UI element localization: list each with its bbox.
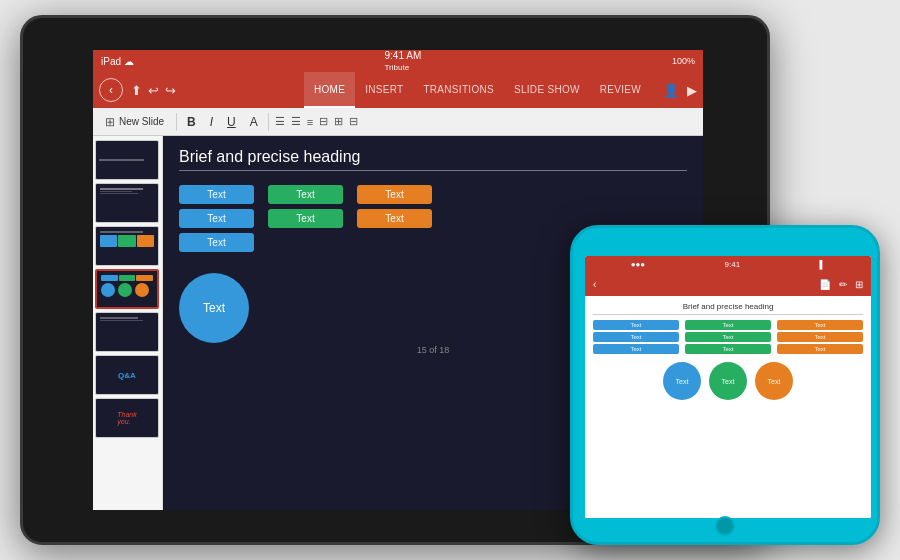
slide-thumb-18[interactable]: 18 Thankyou. xyxy=(95,398,159,438)
tab-review[interactable]: REVIEW xyxy=(590,72,651,108)
toolbar-right-icons: 👤 ▶ xyxy=(663,83,697,98)
slide-box-2-1[interactable]: Text xyxy=(268,185,343,204)
underline-button[interactable]: U xyxy=(223,114,240,130)
tab-transitions[interactable]: TRANSITIONS xyxy=(413,72,504,108)
slide-col2-spacer xyxy=(268,233,343,255)
iphone-box-2-3[interactable]: Text xyxy=(685,344,771,354)
slide-thumb-17[interactable]: 17 Q&A xyxy=(95,355,159,395)
slide-thumb-12[interactable]: 12 xyxy=(95,140,159,180)
slide-thumb-16[interactable]: 16 xyxy=(95,312,159,352)
new-slide-icon: ⊞ xyxy=(105,115,115,129)
iphone-box-3-2[interactable]: Text xyxy=(777,332,863,342)
iphone-circle-3[interactable]: Text xyxy=(755,362,793,400)
slide-col-3: Text Text xyxy=(357,185,432,255)
iphone-col-2: Text Text Text xyxy=(685,320,771,354)
slide-col-1: Text Text Text xyxy=(179,185,254,255)
slide-circle[interactable]: Text xyxy=(179,273,249,343)
iphone-grid-icon[interactable]: ⊞ xyxy=(855,279,863,290)
slide-box-1-1[interactable]: Text xyxy=(179,185,254,204)
iphone-toolbar: ‹ 📄 ✏ ⊞ xyxy=(585,272,871,296)
iphone-grid: Text Text Text Text Text Text Text Text … xyxy=(593,320,863,354)
scene: iPad ☁ 9:41 AM Tribute 100% ‹ ⬆ ↩ ↪ xyxy=(20,15,880,545)
present-icon[interactable]: ▶ xyxy=(687,83,697,98)
slides-panel: 12 13 14 xyxy=(93,136,163,510)
slide-box-2-2[interactable]: Text xyxy=(268,209,343,228)
ipad-status-bar: iPad ☁ 9:41 AM Tribute 100% xyxy=(93,50,703,72)
ipad-time-label: 9:41 AM xyxy=(385,50,422,61)
font-color-button[interactable]: A xyxy=(246,114,262,130)
ipad-status-center: 9:41 AM Tribute xyxy=(385,50,422,72)
ipad-toolbar: ‹ ⬆ ↩ ↪ HOME INSERT TRANSITIONS SLIDE SH… xyxy=(93,72,703,108)
iphone-device: ●●● 9:41 ▌ ‹ 📄 ✏ ⊞ Brief and precise hea… xyxy=(570,225,880,545)
ipad-tabs: HOME INSERT TRANSITIONS SLIDE SHOW REVIE… xyxy=(304,72,651,108)
slide-box-1-2[interactable]: Text xyxy=(179,209,254,228)
format-bar: ⊞ New Slide B I U A ☰ ☰ ≡ ⊟ ⊞ ⊟ xyxy=(93,108,703,136)
iphone-back-icon[interactable]: ‹ xyxy=(593,279,596,290)
iphone-col-1: Text Text Text xyxy=(593,320,679,354)
slide-col-2: Text Text xyxy=(268,185,343,255)
new-slide-label: New Slide xyxy=(119,116,164,127)
new-slide-button[interactable]: ⊞ New Slide xyxy=(99,111,170,133)
ipad-battery: 100% xyxy=(672,56,695,66)
list-button[interactable]: ≡ xyxy=(307,116,313,128)
iphone-box-1-3[interactable]: Text xyxy=(593,344,679,354)
iphone-home-button[interactable] xyxy=(715,516,735,536)
iphone-box-1-2[interactable]: Text xyxy=(593,332,679,342)
ipad-status-left: iPad ☁ xyxy=(101,56,134,67)
iphone-circles: Text Text Text xyxy=(593,362,863,400)
italic-button[interactable]: I xyxy=(206,114,217,130)
iphone-box-2-1[interactable]: Text xyxy=(685,320,771,330)
user-icon[interactable]: 👤 xyxy=(663,83,679,98)
ipad-model-label: iPad ☁ xyxy=(101,56,134,67)
share-icon[interactable]: ⬆ xyxy=(131,83,142,98)
iphone-circle-2[interactable]: Text xyxy=(709,362,747,400)
indent-button[interactable]: ⊟ xyxy=(319,115,328,128)
slide-thumb-14[interactable]: 14 xyxy=(95,226,159,266)
align-right-button[interactable]: ☰ xyxy=(291,115,301,128)
format-separator xyxy=(176,113,177,131)
iphone-content: Brief and precise heading Text Text Text… xyxy=(585,296,871,518)
slide-heading: Brief and precise heading xyxy=(179,148,687,171)
iphone-battery-icon: ▌ xyxy=(820,260,826,269)
iphone-edit-icon[interactable]: ✏ xyxy=(839,279,847,290)
iphone-box-2-2[interactable]: Text xyxy=(685,332,771,342)
redo-icon[interactable]: ↪ xyxy=(165,83,176,98)
iphone-heading: Brief and precise heading xyxy=(593,302,863,315)
slide-box-3-1[interactable]: Text xyxy=(357,185,432,204)
undo-icon[interactable]: ↩ xyxy=(148,83,159,98)
back-button[interactable]: ‹ xyxy=(99,78,123,102)
iphone-toolbar-right: 📄 ✏ ⊞ xyxy=(819,279,863,290)
iphone-box-1-1[interactable]: Text xyxy=(593,320,679,330)
align-left-button[interactable]: ☰ xyxy=(275,115,285,128)
toolbar-icons: ⬆ ↩ ↪ xyxy=(131,83,176,98)
iphone-circle-1[interactable]: Text xyxy=(663,362,701,400)
iphone-signal-icon: ●●● xyxy=(631,260,646,269)
table-button[interactable]: ⊞ xyxy=(334,115,343,128)
tab-slideshow[interactable]: SLIDE SHOW xyxy=(504,72,590,108)
more-button[interactable]: ⊟ xyxy=(349,115,358,128)
slide-box-3-2[interactable]: Text xyxy=(357,209,432,228)
bold-button[interactable]: B xyxy=(183,114,200,130)
slide-box-1-3[interactable]: Text xyxy=(179,233,254,252)
iphone-status-bar: ●●● 9:41 ▌ xyxy=(585,256,871,272)
iphone-col-3: Text Text Text xyxy=(777,320,863,354)
format-separator-2 xyxy=(268,113,269,131)
slide-thumb-13[interactable]: 13 xyxy=(95,183,159,223)
iphone-box-3-1[interactable]: Text xyxy=(777,320,863,330)
iphone-doc-icon[interactable]: 📄 xyxy=(819,279,831,290)
slide-thumb-15[interactable]: 15 xyxy=(95,269,159,309)
tab-home[interactable]: HOME xyxy=(304,72,355,108)
ipad-doc-title: Tribute xyxy=(385,63,410,72)
tab-insert[interactable]: INSERT xyxy=(355,72,413,108)
iphone-box-3-3[interactable]: Text xyxy=(777,344,863,354)
iphone-time: 9:41 xyxy=(725,260,741,269)
iphone-screen: ●●● 9:41 ▌ ‹ 📄 ✏ ⊞ Brief and precise hea… xyxy=(585,256,871,518)
